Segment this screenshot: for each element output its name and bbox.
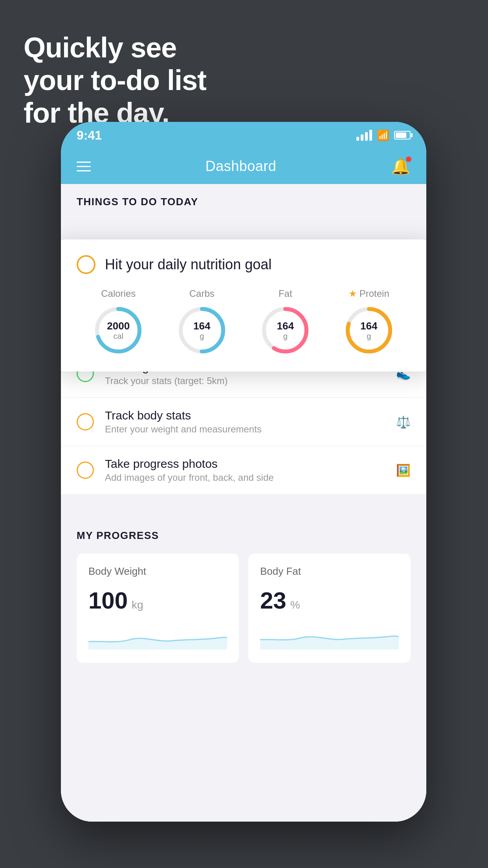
things-section-title: THINGS TO DO TODAY: [77, 196, 198, 208]
protein-donut: 164 g: [343, 305, 394, 356]
fat-label: Fat: [279, 288, 292, 299]
progress-photos-text: Take progress photos Add images of your …: [105, 457, 385, 483]
fat-donut: 164 g: [260, 305, 311, 356]
body-stats-circle: [77, 413, 94, 430]
protein-item: ★ Protein 164 g: [343, 288, 394, 356]
card-title-row: Hit your daily nutrition goal: [77, 255, 411, 274]
body-stats-title: Track body stats: [105, 409, 385, 422]
calories-item: Calories 2000 cal: [93, 288, 144, 356]
progress-cards: Body Weight 100 kg Body Fat 23 %: [77, 554, 411, 663]
fat-value: 164: [277, 320, 294, 332]
body-fat-card-title: Body Fat: [260, 565, 399, 577]
fat-unit: g: [277, 331, 294, 340]
carbs-donut: 164 g: [176, 305, 227, 356]
hamburger-menu-button[interactable]: [77, 162, 91, 171]
progress-photos-circle: [77, 462, 94, 479]
body-stats-text: Track body stats Enter your weight and m…: [105, 409, 385, 435]
body-weight-card[interactable]: Body Weight 100 kg: [77, 554, 239, 663]
body-fat-value: 23: [260, 587, 286, 614]
carbs-unit: g: [193, 331, 210, 340]
body-weight-sparkline: [88, 626, 227, 649]
protein-value: 164: [360, 320, 377, 332]
body-weight-value: 100: [88, 587, 128, 614]
carbs-item: Carbs 164 g: [176, 288, 227, 356]
nutrition-card: Hit your daily nutrition goal Calories: [61, 239, 426, 371]
body-stats-subtitle: Enter your weight and measurements: [105, 424, 385, 435]
fat-item: Fat 164 g: [260, 288, 311, 356]
signal-icon: [356, 130, 372, 141]
body-weight-card-title: Body Weight: [88, 565, 227, 577]
todo-item-progress-photos[interactable]: Take progress photos Add images of your …: [61, 446, 426, 494]
notification-badge: [406, 156, 411, 162]
carbs-value: 164: [193, 320, 210, 332]
navbar: Dashboard 🔔: [61, 149, 426, 184]
progress-photos-subtitle: Add images of your front, back, and side: [105, 472, 385, 483]
calories-unit: cal: [107, 331, 130, 340]
notification-bell-button[interactable]: 🔔: [391, 157, 411, 176]
navbar-title: Dashboard: [205, 158, 277, 175]
battery-icon: [394, 131, 411, 140]
todo-item-body-stats[interactable]: Track body stats Enter your weight and m…: [61, 398, 426, 446]
nutrition-row: Calories 2000 cal: [77, 288, 411, 356]
spacer: [61, 494, 426, 518]
goal-status-circle: [77, 255, 95, 274]
body-fat-sparkline: [260, 626, 399, 649]
body-weight-unit: kg: [132, 599, 143, 611]
progress-section: MY PROGRESS Body Weight 100 kg B: [61, 518, 426, 663]
body-fat-card[interactable]: Body Fat 23 %: [248, 554, 411, 663]
progress-section-title: MY PROGRESS: [77, 530, 411, 542]
running-subtitle: Track your stats (target: 5km): [105, 375, 385, 386]
status-bar: 9:41 📶: [61, 122, 426, 149]
status-time: 9:41: [77, 128, 102, 143]
things-section-header: THINGS TO DO TODAY: [61, 184, 426, 216]
content-area: THINGS TO DO TODAY Hit your daily nutrit…: [61, 184, 426, 822]
body-weight-value-row: 100 kg: [88, 587, 227, 614]
status-icons: 📶: [356, 129, 411, 142]
hero-text: Quickly see your to-do list for the day.: [24, 31, 206, 129]
wifi-icon: 📶: [377, 129, 389, 142]
hero-line2: your to-do list: [24, 64, 206, 97]
nutrition-card-title: Hit your daily nutrition goal: [105, 256, 272, 273]
phone-shell: 9:41 📶 Dashboard 🔔: [61, 122, 426, 822]
protein-label: ★ Protein: [349, 288, 389, 299]
carbs-label: Carbs: [189, 288, 215, 299]
calories-donut: 2000 cal: [93, 305, 144, 356]
photo-icon: 🖼️: [396, 463, 411, 477]
protein-unit: g: [360, 331, 377, 340]
body-fat-unit: %: [290, 599, 300, 611]
calories-label: Calories: [101, 288, 136, 299]
scale-icon: ⚖️: [396, 415, 411, 429]
star-icon: ★: [349, 288, 357, 299]
progress-photos-title: Take progress photos: [105, 457, 385, 471]
hero-line1: Quickly see: [24, 31, 206, 64]
body-fat-value-row: 23 %: [260, 587, 399, 614]
calories-value: 2000: [107, 320, 130, 332]
